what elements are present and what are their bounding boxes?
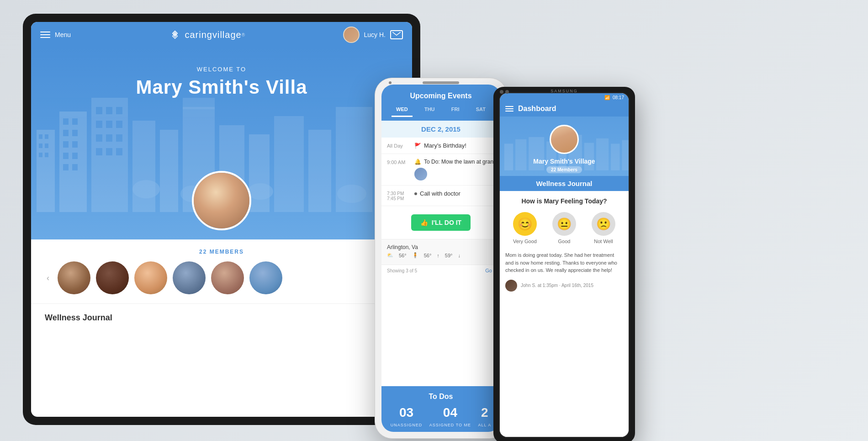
svg-rect-34	[183, 98, 215, 109]
ill-do-it-container: 👍 I'LL DO IT	[381, 206, 500, 239]
member-avatar-3	[134, 261, 167, 294]
author-avatar	[505, 280, 517, 292]
hero-village-name: Mary Smith's Villa	[31, 76, 412, 98]
phone2-top-bar: Dashboard	[500, 101, 629, 117]
author-text: John S. at 1:35pm · April 16th, 2015	[521, 283, 593, 288]
event-title-row-2: 🔔 To Do: Mow the lawn at gran	[414, 159, 495, 165]
svg-rect-1	[39, 134, 42, 139]
event-dot-icon	[414, 192, 417, 195]
avatar-image	[344, 27, 359, 42]
svg-rect-13	[72, 141, 78, 148]
event-content-1: 🚩 Mary's Birthday!	[414, 142, 495, 149]
svg-rect-8	[63, 118, 69, 125]
svg-rect-27	[116, 134, 122, 142]
svg-rect-20	[106, 107, 112, 114]
svg-point-43	[248, 183, 273, 200]
feeling-very-good[interactable]: 😊 Very Good	[513, 212, 537, 244]
tablet-avatar	[343, 27, 360, 43]
event-title-row-1: 🚩 Mary's Birthday!	[414, 142, 495, 149]
svg-rect-5	[39, 153, 42, 157]
thumbs-up-icon: 👍	[420, 219, 428, 226]
svg-rect-2	[45, 134, 48, 139]
svg-point-44	[337, 185, 366, 203]
logo-text: caringvillage	[185, 30, 242, 40]
weather-details: ⛅ 56° 🧍 56° ↑ 59° ↓	[387, 252, 495, 258]
phone2-village-name: Mary Smith's Village	[500, 158, 629, 165]
event-title-1: Mary's Birthday!	[424, 142, 466, 149]
tab-sat[interactable]: SAT	[471, 105, 490, 117]
todo-count-unassigned: 03 UNASSIGNED	[391, 405, 423, 428]
unassigned-num: 03	[391, 405, 423, 420]
tablet-menu[interactable]: Menu	[40, 31, 71, 38]
phone2-device: SAMSUNG 📶 08:17 Dashboard	[493, 87, 635, 441]
all-label: ALL A	[478, 423, 492, 427]
signal-icon: 📶	[604, 95, 610, 100]
svg-rect-17	[72, 164, 78, 170]
weather-section: Arlington, Va ⛅ 56° 🧍 56° ↑ 59° ↓	[381, 239, 500, 265]
ill-do-it-label: I'LL DO IT	[432, 219, 461, 226]
neutral-emoji: 😐	[552, 212, 576, 236]
phone1-notch	[423, 81, 459, 84]
svg-rect-0	[37, 130, 55, 212]
phone2-wellness-header: Wellness Journal	[500, 176, 629, 191]
svg-rect-38	[308, 130, 331, 212]
svg-rect-46	[515, 139, 526, 170]
phone2-camera-dots	[500, 90, 509, 94]
svg-rect-22	[96, 121, 102, 128]
mail-icon[interactable]	[390, 30, 403, 39]
wellness-note: Mom is doing great today. She had her tr…	[505, 251, 623, 274]
cloud-icon: ⛅	[387, 252, 393, 258]
event-content-2: 🔔 To Do: Mow the lawn at gran	[414, 159, 495, 181]
phone2-hero: Mary Smith's Village 22 Members	[500, 117, 629, 176]
phone2-hamburger-icon[interactable]	[505, 106, 513, 112]
svg-rect-51	[584, 143, 594, 170]
svg-rect-3	[39, 143, 42, 148]
tab-wed[interactable]: WED	[392, 105, 413, 117]
tablet-members-section: 22 MEMBERS ‹	[31, 239, 412, 303]
svg-rect-16	[63, 164, 69, 170]
phone2-screen: 📶 08:17 Dashboard	[500, 93, 629, 437]
event-row-2: 9:00 AM 🔔 To Do: Mow the lawn at gran	[381, 154, 500, 186]
svg-rect-37	[274, 116, 304, 212]
feeling-options: 😊 Very Good 😐 Good 🙁 Not Well	[505, 212, 623, 244]
assigned-num: 04	[429, 405, 471, 420]
svg-rect-10	[63, 130, 69, 136]
svg-rect-4	[45, 143, 48, 148]
tab-thu[interactable]: THU	[420, 105, 439, 117]
svg-rect-12	[63, 141, 69, 148]
tab-fri[interactable]: FRI	[447, 105, 464, 117]
phone2-status-bar: 📶 08:17	[500, 93, 629, 101]
members-count: 22 MEMBERS	[45, 249, 398, 255]
ill-do-it-button[interactable]: 👍 I'LL DO IT	[411, 214, 471, 231]
member-avatar-4	[173, 261, 206, 294]
members-prev-button[interactable]: ‹	[45, 271, 51, 285]
svg-rect-45	[504, 143, 513, 170]
all-num: 2	[478, 405, 492, 420]
event-time-3: 7:30 PM 7:45 PM	[387, 190, 410, 201]
tablet-user: Lucy H.	[343, 27, 403, 43]
arrow-up-icon: ↑	[437, 253, 439, 258]
svg-point-41	[132, 180, 160, 198]
hamburger-icon[interactable]	[40, 32, 50, 38]
tablet-hero: WELCOME TO Mary Smith's Villa	[31, 48, 412, 239]
hero-avatar-image	[194, 173, 249, 228]
date-banner: DEC 2, 2015	[381, 121, 500, 138]
svg-rect-32	[160, 130, 178, 212]
weather-temp1: 56°	[399, 253, 407, 258]
svg-rect-25	[96, 134, 102, 142]
event-title-2: To Do: Mow the lawn at gran	[424, 159, 493, 165]
member-avatar-2	[96, 261, 129, 294]
sad-emoji: 🙁	[592, 212, 615, 236]
member-avatar-5	[211, 261, 244, 294]
arrow-down-icon: ↓	[458, 253, 460, 258]
feeling-good[interactable]: 😐 Good	[552, 212, 576, 244]
feeling-not-well[interactable]: 🙁 Not Well	[592, 212, 615, 244]
showing-row: Showing 3 of 5 Go t	[381, 265, 500, 276]
tablet-wellness-section: Wellness Journal	[31, 303, 412, 332]
event-time-1: All Day	[387, 142, 410, 149]
event-flag-icon: 🚩	[414, 143, 421, 149]
phone2-wellness-body: How is Mary Feeling Today? 😊 Very Good 😐…	[500, 191, 629, 437]
showing-text: Showing 3 of 5	[387, 268, 417, 273]
svg-rect-30	[116, 148, 122, 155]
svg-rect-15	[72, 153, 78, 159]
